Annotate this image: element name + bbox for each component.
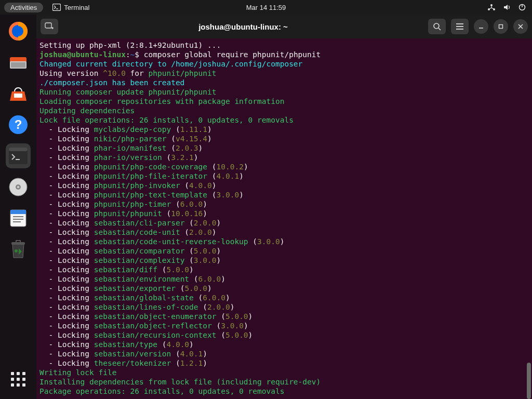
svg-line-33 xyxy=(438,28,441,30)
clock-text: Mar 14 11:59 xyxy=(246,4,286,11)
close-icon xyxy=(518,24,523,29)
svg-point-28 xyxy=(15,249,18,252)
svg-text:?: ? xyxy=(15,117,22,131)
dock-trash[interactable] xyxy=(6,237,31,262)
firefox-icon xyxy=(8,21,29,42)
maximize-icon xyxy=(498,24,503,29)
search-icon xyxy=(433,22,441,31)
disk-icon xyxy=(8,177,29,197)
svg-rect-11 xyxy=(11,62,25,68)
dock-firefox[interactable] xyxy=(6,19,31,44)
svg-point-21 xyxy=(17,186,19,188)
activities-label: Activities xyxy=(10,4,37,11)
dock-terminal[interactable] xyxy=(6,143,31,168)
minimize-icon xyxy=(478,24,484,29)
window-title: joshua@ubuntu-linux: ~ xyxy=(61,22,425,31)
dock: ? xyxy=(0,15,36,399)
close-button[interactable] xyxy=(513,19,528,34)
svg-rect-27 xyxy=(11,242,25,245)
dock-help[interactable]: ? xyxy=(6,112,31,137)
svg-rect-29 xyxy=(45,23,51,28)
terminal-window: joshua@ubuntu-linux: ~ Setting up php-xm… xyxy=(36,15,532,399)
dock-files[interactable] xyxy=(6,50,31,75)
help-icon: ? xyxy=(8,114,29,135)
terminal-icon xyxy=(52,4,61,11)
minimize-button[interactable] xyxy=(474,19,488,34)
clock[interactable]: Mar 14 11:59 xyxy=(246,4,286,11)
svg-point-2 xyxy=(490,4,493,6)
volume-icon xyxy=(503,4,511,11)
svg-rect-38 xyxy=(499,25,503,29)
menu-button[interactable] xyxy=(451,19,469,34)
svg-rect-0 xyxy=(53,4,61,11)
svg-rect-12 xyxy=(14,94,22,98)
show-applications[interactable] xyxy=(6,367,31,392)
svg-rect-23 xyxy=(10,210,26,214)
maximize-button[interactable] xyxy=(494,19,508,34)
dock-software[interactable] xyxy=(6,81,31,106)
files-icon xyxy=(8,52,29,73)
dock-disk[interactable] xyxy=(6,175,31,200)
network-icon xyxy=(487,4,496,11)
hamburger-icon xyxy=(456,23,464,30)
software-icon xyxy=(8,83,29,104)
terminal-icon xyxy=(8,147,29,165)
svg-point-32 xyxy=(434,23,439,29)
new-tab-icon xyxy=(45,22,54,31)
topbar-app-label: Terminal xyxy=(64,4,89,11)
gnome-topbar: Activities Terminal Mar 14 11:59 xyxy=(0,0,532,15)
power-icon xyxy=(518,4,526,11)
scrollbar[interactable] xyxy=(527,38,531,399)
terminal-output[interactable]: Setting up php-xml (2:8.1+92ubuntu1) ...… xyxy=(36,38,532,399)
titlebar: joshua@ubuntu-linux: ~ xyxy=(36,15,532,38)
trash-icon xyxy=(9,239,28,260)
text-editor-icon xyxy=(8,208,28,228)
new-tab-button[interactable] xyxy=(41,19,58,34)
scrollbar-thumb[interactable] xyxy=(527,363,531,399)
activities-button[interactable]: Activities xyxy=(4,3,43,12)
search-button[interactable] xyxy=(428,19,446,34)
system-tray[interactable] xyxy=(487,4,526,11)
svg-rect-16 xyxy=(9,148,28,151)
dock-text-editor[interactable] xyxy=(6,206,31,231)
apps-grid-icon xyxy=(11,372,25,387)
topbar-app-menu[interactable]: Terminal xyxy=(52,4,89,11)
